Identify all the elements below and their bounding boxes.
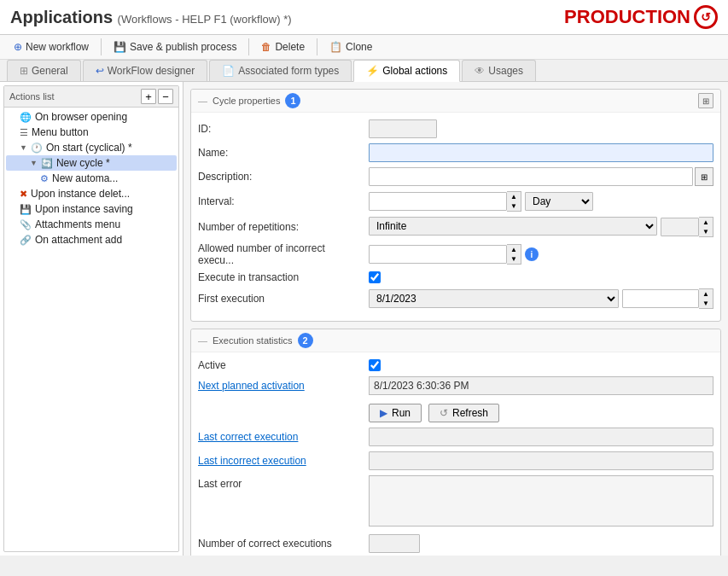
- name-row: Name: New cycle: [198, 143, 713, 162]
- action-label: On attachment add: [35, 234, 122, 246]
- tab-usages-label: Usages: [488, 65, 523, 77]
- left-panel: Actions list + − 🌐 On browser opening ☰ …: [0, 82, 183, 556]
- execution-statistics-badge: 2: [298, 333, 313, 348]
- actions-icon: ⚡: [366, 65, 379, 77]
- add-action-button[interactable]: +: [141, 89, 156, 104]
- clone-label: Clone: [346, 41, 372, 53]
- save-publish-button[interactable]: 💾 Save & publish process: [107, 38, 243, 55]
- remove-action-button[interactable]: −: [158, 89, 173, 104]
- last-incorrect-link[interactable]: Last incorrect execution: [198, 455, 306, 467]
- repetitions-count-spin: 0 ▲ ▼: [661, 217, 713, 237]
- last-error-label: Last error: [198, 475, 369, 490]
- app-header: Applications (Workflows - HELP F1 (workf…: [0, 0, 728, 35]
- interval-value-field[interactable]: 1: [369, 192, 507, 211]
- save-publish-label: Save & publish process: [130, 41, 236, 53]
- tab-usages[interactable]: 👁 Usages: [462, 60, 536, 81]
- action-browser-opening[interactable]: 🌐 On browser opening: [6, 109, 177, 125]
- toolbar-separator-3: [317, 38, 317, 55]
- description-expand-button[interactable]: ⊞: [695, 167, 713, 186]
- id-row: ID: -2: [198, 119, 713, 138]
- allowed-down-button[interactable]: ▼: [507, 254, 521, 264]
- execute-transaction-label: Execute in transaction: [198, 271, 369, 283]
- run-label: Run: [392, 407, 411, 419]
- next-planned-label: Next planned activation: [198, 380, 369, 392]
- name-label: Name:: [198, 147, 369, 159]
- rep-count-down-button[interactable]: ▼: [699, 227, 713, 236]
- page-title: Applications (Workflows - HELP F1 (workf…: [10, 8, 292, 27]
- clock-icon: 🕐: [31, 143, 43, 154]
- last-correct-field: [369, 428, 713, 446]
- clone-button[interactable]: 📋 Clone: [323, 38, 379, 55]
- time-up-button[interactable]: ▲: [699, 289, 713, 299]
- action-on-start-cyclical[interactable]: ▼ 🕐 On start (cyclical) *: [6, 140, 177, 155]
- tab-global-actions[interactable]: ⚡ Global actions: [353, 60, 460, 82]
- toolbar-separator-2: [248, 38, 249, 55]
- last-error-textarea[interactable]: [369, 475, 713, 527]
- last-correct-link[interactable]: Last correct execution: [198, 431, 298, 443]
- actions-list-header: Actions list: [9, 91, 55, 102]
- delete-button[interactable]: 🗑 Delete: [254, 38, 312, 55]
- interval-spin: 1 ▲ ▼: [369, 191, 521, 212]
- app-name: Applications: [10, 8, 113, 26]
- last-error-row: Last error: [198, 475, 713, 529]
- description-label: Description:: [198, 171, 369, 183]
- first-execution-time-field[interactable]: 6:30:36 PM: [622, 289, 699, 308]
- repetitions-count-field[interactable]: 0: [661, 218, 699, 236]
- run-button[interactable]: ▶ Run: [369, 404, 422, 422]
- action-new-automa[interactable]: ⚙ New automa...: [6, 171, 177, 186]
- action-label: New automa...: [52, 172, 118, 184]
- action-label: New cycle *: [56, 157, 110, 169]
- brand-logo: PRODUCTION ↺: [564, 5, 718, 29]
- num-correct-row: Number of correct executions 0: [198, 534, 713, 553]
- action-upon-instance-delete[interactable]: ✖ Upon instance delet...: [6, 186, 177, 201]
- tab-associated-label: Associated form types: [238, 65, 339, 77]
- allowed-up-button[interactable]: ▲: [507, 245, 521, 254]
- action-new-cycle[interactable]: ▼ 🔄 New cycle *: [6, 155, 177, 171]
- refresh-button[interactable]: ↺ Refresh: [428, 404, 499, 422]
- time-down-button[interactable]: ▼: [699, 299, 713, 308]
- usages-icon: 👁: [475, 65, 485, 77]
- interval-unit-select[interactable]: Day Minute Hour Week Month: [525, 192, 593, 211]
- tab-general[interactable]: ⊞ General: [7, 60, 81, 81]
- browser-icon: 🌐: [20, 112, 32, 123]
- execute-transaction-row: Execute in transaction: [198, 271, 713, 283]
- allowed-info-icon[interactable]: i: [525, 247, 539, 261]
- interval-down-button[interactable]: ▼: [507, 201, 521, 211]
- new-workflow-label: New workflow: [26, 41, 89, 53]
- new-workflow-button[interactable]: ⊕ New workflow: [7, 38, 96, 55]
- tabs-bar: ⊞ General ↩ WorkFlow designer 📄 Associat…: [0, 60, 728, 82]
- rep-count-up-button[interactable]: ▲: [699, 218, 713, 227]
- last-incorrect-row: Last incorrect execution: [198, 451, 713, 470]
- delete-icon: 🗑: [261, 41, 271, 53]
- action-on-attachment-add[interactable]: 🔗 On attachment add: [6, 232, 177, 247]
- action-label: Upon instance delet...: [31, 188, 130, 200]
- execution-statistics-section: — Execution statistics 2 Active Next pla…: [190, 329, 721, 556]
- tab-associated-types[interactable]: 📄 Associated form types: [209, 60, 352, 81]
- next-planned-row: Next planned activation 8/1/2023 6:30:36…: [198, 376, 713, 395]
- action-menu-button[interactable]: ☰ Menu button: [6, 125, 177, 140]
- action-attachments-menu[interactable]: 📎 Attachments menu: [6, 217, 177, 232]
- main-content: Actions list + − 🌐 On browser opening ☰ …: [0, 82, 728, 556]
- refresh-icon: ↺: [440, 407, 448, 419]
- name-field[interactable]: New cycle: [369, 143, 713, 162]
- delete-icon: ✖: [20, 189, 27, 200]
- auto-icon: ⚙: [40, 173, 49, 184]
- description-field[interactable]: [369, 167, 693, 186]
- tab-workflow-designer[interactable]: ↩ WorkFlow designer: [83, 60, 207, 81]
- brand-icon: ↺: [694, 5, 718, 29]
- active-checkbox[interactable]: [369, 359, 381, 371]
- save-icon: 💾: [114, 41, 126, 53]
- repetitions-select[interactable]: Infinite 1 2 5 10: [369, 217, 657, 236]
- action-upon-instance-saving[interactable]: 💾 Upon instance saving: [6, 201, 177, 217]
- next-planned-link[interactable]: Next planned activation: [198, 380, 305, 392]
- first-execution-date-select[interactable]: 8/1/2023: [369, 289, 619, 308]
- id-field: -2: [369, 119, 437, 138]
- id-label: ID:: [198, 123, 369, 135]
- allowed-label: Allowed number of incorrect execu...: [198, 242, 369, 266]
- section-expand-icon[interactable]: ⊞: [698, 93, 713, 108]
- num-correct-label: Number of correct executions: [198, 538, 369, 550]
- interval-row: Interval: 1 ▲ ▼ Day Minute Hour: [198, 191, 713, 212]
- execute-transaction-checkbox[interactable]: [369, 271, 381, 283]
- interval-up-button[interactable]: ▲: [507, 192, 521, 201]
- allowed-field[interactable]: 5: [369, 245, 507, 264]
